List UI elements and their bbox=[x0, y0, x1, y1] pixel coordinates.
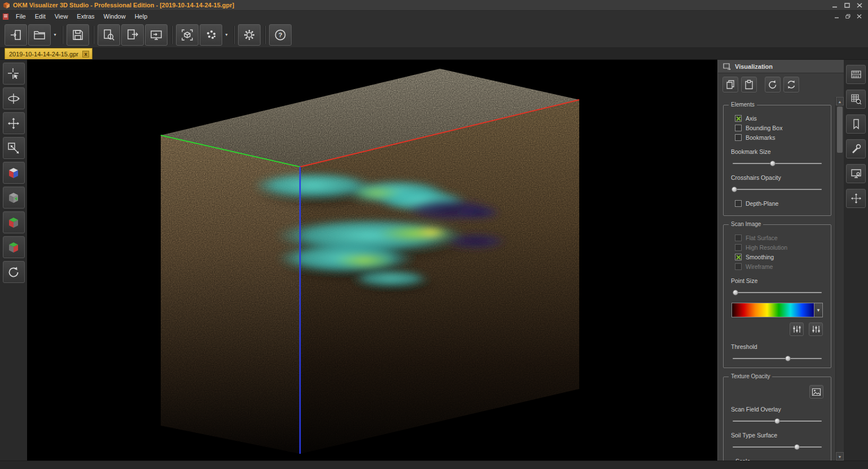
viewport-3d[interactable] bbox=[27, 60, 717, 461]
menu-extras[interactable]: Extras bbox=[72, 12, 99, 21]
app-window: OKM Visualizer 3D Studio - Professional … bbox=[0, 0, 868, 469]
view-tool-strip bbox=[0, 60, 27, 461]
open-file-button[interactable] bbox=[28, 24, 51, 46]
save-button[interactable] bbox=[67, 24, 89, 46]
copy-settings-button[interactable] bbox=[722, 77, 738, 92]
maximize-icon[interactable] bbox=[844, 2, 851, 8]
tab-close-icon[interactable]: x bbox=[82, 51, 89, 57]
document-icon bbox=[2, 13, 9, 20]
toolbar-separator bbox=[171, 26, 172, 44]
axis-checkbox[interactable] bbox=[735, 115, 742, 122]
paste-settings-button[interactable] bbox=[741, 77, 757, 92]
panel-title: Visualization bbox=[735, 63, 773, 70]
zoom-tool-button[interactable] bbox=[3, 137, 25, 159]
soil-type-surface-label: Soil Type Surface bbox=[731, 432, 825, 439]
view-cube-side-icon bbox=[7, 216, 20, 229]
slider-thumb[interactable] bbox=[774, 418, 780, 424]
bookmarks-checkbox[interactable] bbox=[735, 134, 742, 141]
undo-settings-button[interactable] bbox=[765, 77, 781, 92]
soil-type-surface-slider[interactable] bbox=[733, 444, 822, 450]
point-cloud-dropdown[interactable]: ▾ bbox=[223, 24, 230, 46]
view-side-button[interactable] bbox=[3, 211, 25, 233]
point-size-slider[interactable] bbox=[733, 289, 822, 296]
depth-plane-checkbox[interactable] bbox=[735, 200, 742, 207]
display-settings-panel-button[interactable] bbox=[846, 164, 866, 183]
ruler-panel-button[interactable] bbox=[846, 65, 866, 84]
threshold-slider[interactable] bbox=[733, 355, 822, 362]
view-cube-front-icon bbox=[7, 191, 20, 205]
settings-button[interactable] bbox=[238, 24, 261, 46]
window-title: OKM Visualizer 3D Studio - Professional … bbox=[13, 2, 234, 8]
view-back-button[interactable] bbox=[3, 236, 25, 258]
levels-min-button[interactable] bbox=[790, 322, 804, 336]
scroll-up-icon[interactable]: ▲ bbox=[836, 97, 844, 105]
document-tab[interactable]: 2019-10-14-14-24-15.gpr x bbox=[5, 48, 92, 59]
frame-object-button[interactable] bbox=[176, 24, 199, 46]
view-front-button[interactable] bbox=[3, 187, 25, 209]
scrollbar-thumb[interactable] bbox=[837, 107, 843, 153]
help-icon: ? bbox=[274, 29, 287, 41]
slider-thumb[interactable] bbox=[770, 161, 776, 166]
mdi-restore-icon[interactable] bbox=[844, 14, 851, 19]
main-toolbar: ▾ ▾ ? bbox=[0, 22, 868, 48]
slider-thumb[interactable] bbox=[733, 290, 738, 295]
position-panel-button[interactable] bbox=[846, 189, 866, 208]
texture-image-button[interactable] bbox=[809, 385, 823, 399]
menu-window[interactable]: Window bbox=[99, 12, 130, 21]
scale-arrows-icon bbox=[7, 141, 20, 155]
colormap-dropdown-button[interactable]: ▼ bbox=[814, 303, 823, 317]
slider-thumb[interactable] bbox=[785, 356, 791, 361]
menu-edit[interactable]: Edit bbox=[30, 12, 50, 21]
orbit-tool-button[interactable] bbox=[3, 87, 25, 109]
toolbar-separator bbox=[62, 26, 63, 44]
refresh-button[interactable] bbox=[783, 77, 799, 92]
title-bar: OKM Visualizer 3D Studio - Professional … bbox=[0, 0, 868, 11]
pdf-export-icon bbox=[126, 29, 139, 41]
panel-scrollbar[interactable]: ▲ ▼ bbox=[835, 97, 844, 461]
scan-field-overlay-slider[interactable] bbox=[733, 418, 822, 424]
pan-tool-button[interactable] bbox=[3, 112, 25, 134]
menu-file[interactable]: File bbox=[11, 12, 30, 21]
close-icon[interactable] bbox=[856, 2, 863, 8]
axis-checkbox-row[interactable]: Axis bbox=[735, 115, 825, 122]
import-scan-button[interactable] bbox=[5, 24, 27, 46]
help-button[interactable]: ? bbox=[269, 24, 292, 46]
view-cube-top-icon bbox=[7, 166, 20, 180]
mdi-minimize-icon[interactable] bbox=[833, 14, 840, 19]
point-cloud-button[interactable] bbox=[200, 24, 222, 46]
visualization-panel-header[interactable]: Visualization bbox=[718, 60, 844, 73]
screen-capture-button[interactable] bbox=[145, 24, 168, 46]
mdi-close-icon[interactable] bbox=[856, 14, 862, 19]
grid-panel-button[interactable] bbox=[846, 90, 866, 109]
menu-help[interactable]: Help bbox=[130, 12, 152, 21]
bookmarks-panel-button[interactable] bbox=[846, 114, 866, 134]
slider-thumb[interactable] bbox=[732, 187, 737, 192]
crosshairs-opacity-slider[interactable] bbox=[733, 186, 822, 193]
rotate-ccw-icon bbox=[768, 79, 778, 90]
reset-view-button[interactable] bbox=[3, 261, 25, 283]
depth-plane-checkbox-row[interactable]: Depth-Plane bbox=[735, 200, 825, 207]
select-tool-button[interactable] bbox=[3, 63, 25, 85]
view-top-button[interactable] bbox=[3, 162, 25, 184]
bookmarks-checkbox-row[interactable]: Bookmarks bbox=[735, 134, 825, 141]
smoothing-checkbox-row[interactable]: Smoothing bbox=[735, 254, 825, 260]
slider-thumb[interactable] bbox=[794, 444, 800, 450]
texture-opacity-group: Texture Opacity Scan Field Overlay Soil … bbox=[723, 377, 831, 461]
preview-button[interactable] bbox=[98, 24, 120, 46]
export-pdf-button[interactable] bbox=[121, 24, 144, 46]
document-tab-label: 2019-10-14-14-24-15.gpr bbox=[9, 51, 78, 57]
levels-max-button[interactable] bbox=[809, 322, 823, 336]
bounding-box-checkbox-row[interactable]: Bounding Box bbox=[735, 125, 825, 131]
minimize-icon[interactable] bbox=[831, 2, 838, 8]
open-file-dropdown[interactable]: ▾ bbox=[51, 24, 59, 46]
bounding-box-checkbox[interactable] bbox=[735, 125, 742, 131]
tools-panel-button[interactable] bbox=[846, 139, 866, 158]
levels-min-icon bbox=[792, 325, 801, 334]
smoothing-checkbox[interactable] bbox=[735, 254, 742, 260]
colormap-bar[interactable] bbox=[732, 303, 814, 317]
menu-view[interactable]: View bbox=[50, 12, 73, 21]
app-icon bbox=[3, 2, 10, 9]
bookmark-size-slider[interactable] bbox=[733, 160, 822, 167]
scroll-down-icon[interactable]: ▼ bbox=[836, 452, 844, 461]
wireframe-checkbox bbox=[735, 263, 742, 270]
